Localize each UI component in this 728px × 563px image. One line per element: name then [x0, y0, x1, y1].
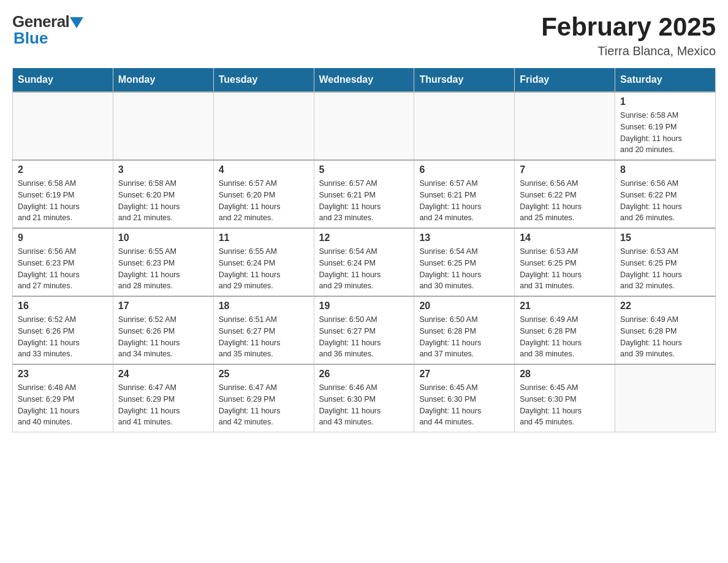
table-row: 11Sunrise: 6:55 AM Sunset: 6:24 PM Dayli… [213, 228, 314, 296]
col-wednesday: Wednesday [314, 68, 414, 92]
calendar-title: February 2025 [541, 12, 716, 42]
table-row: 19Sunrise: 6:50 AM Sunset: 6:27 PM Dayli… [314, 296, 414, 364]
table-row [615, 364, 716, 432]
table-row: 9Sunrise: 6:56 AM Sunset: 6:23 PM Daylig… [13, 228, 113, 296]
table-row: 28Sunrise: 6:45 AM Sunset: 6:30 PM Dayli… [515, 364, 615, 432]
day-info: Sunrise: 6:46 AM Sunset: 6:30 PM Dayligh… [319, 382, 409, 428]
calendar-subtitle: Tierra Blanca, Mexico [541, 44, 716, 58]
table-row: 23Sunrise: 6:48 AM Sunset: 6:29 PM Dayli… [13, 364, 113, 432]
day-number: 28 [520, 369, 610, 380]
table-row: 4Sunrise: 6:57 AM Sunset: 6:20 PM Daylig… [213, 160, 314, 228]
col-sunday: Sunday [13, 68, 113, 92]
day-info: Sunrise: 6:57 AM Sunset: 6:20 PM Dayligh… [219, 178, 309, 224]
day-number: 27 [419, 369, 509, 380]
calendar-week-row: 16Sunrise: 6:52 AM Sunset: 6:26 PM Dayli… [13, 296, 716, 364]
day-info: Sunrise: 6:53 AM Sunset: 6:25 PM Dayligh… [620, 246, 710, 292]
day-number: 16 [18, 301, 108, 312]
day-number: 5 [319, 164, 409, 175]
day-number: 25 [219, 369, 309, 380]
table-row: 26Sunrise: 6:46 AM Sunset: 6:30 PM Dayli… [314, 364, 414, 432]
calendar-week-row: 2Sunrise: 6:58 AM Sunset: 6:19 PM Daylig… [13, 160, 716, 228]
day-number: 15 [620, 232, 710, 243]
svg-marker-0 [70, 17, 83, 28]
day-number: 1 [620, 96, 710, 107]
day-info: Sunrise: 6:55 AM Sunset: 6:23 PM Dayligh… [118, 246, 208, 292]
table-row: 22Sunrise: 6:49 AM Sunset: 6:28 PM Dayli… [615, 296, 716, 364]
day-number: 23 [18, 369, 108, 380]
day-info: Sunrise: 6:58 AM Sunset: 6:19 PM Dayligh… [18, 178, 108, 224]
day-number: 2 [18, 164, 108, 175]
day-info: Sunrise: 6:50 AM Sunset: 6:27 PM Dayligh… [319, 314, 409, 360]
day-number: 9 [18, 232, 108, 243]
day-info: Sunrise: 6:52 AM Sunset: 6:26 PM Dayligh… [118, 314, 208, 360]
table-row: 10Sunrise: 6:55 AM Sunset: 6:23 PM Dayli… [113, 228, 213, 296]
day-number: 24 [118, 369, 208, 380]
day-number: 8 [620, 164, 710, 175]
day-info: Sunrise: 6:47 AM Sunset: 6:29 PM Dayligh… [118, 382, 208, 428]
day-info: Sunrise: 6:45 AM Sunset: 6:30 PM Dayligh… [520, 382, 610, 428]
day-number: 20 [419, 301, 509, 312]
day-number: 3 [118, 164, 208, 175]
table-row: 1Sunrise: 6:58 AM Sunset: 6:19 PM Daylig… [615, 92, 716, 160]
day-number: 10 [118, 232, 208, 243]
table-row [113, 92, 213, 160]
table-row: 7Sunrise: 6:56 AM Sunset: 6:22 PM Daylig… [515, 160, 615, 228]
day-number: 17 [118, 301, 208, 312]
table-row [414, 92, 515, 160]
table-row: 24Sunrise: 6:47 AM Sunset: 6:29 PM Dayli… [113, 364, 213, 432]
calendar-table: Sunday Monday Tuesday Wednesday Thursday… [12, 68, 716, 432]
day-info: Sunrise: 6:51 AM Sunset: 6:27 PM Dayligh… [219, 314, 309, 360]
table-row: 21Sunrise: 6:49 AM Sunset: 6:28 PM Dayli… [515, 296, 615, 364]
day-number: 22 [620, 301, 710, 312]
day-number: 11 [219, 232, 309, 243]
table-row: 6Sunrise: 6:57 AM Sunset: 6:21 PM Daylig… [414, 160, 515, 228]
logo: General Blue [12, 12, 83, 48]
day-info: Sunrise: 6:49 AM Sunset: 6:28 PM Dayligh… [620, 314, 710, 360]
day-number: 13 [419, 232, 509, 243]
col-thursday: Thursday [414, 68, 515, 92]
table-row: 18Sunrise: 6:51 AM Sunset: 6:27 PM Dayli… [213, 296, 314, 364]
day-number: 12 [319, 232, 409, 243]
table-row: 17Sunrise: 6:52 AM Sunset: 6:26 PM Dayli… [113, 296, 213, 364]
table-row: 3Sunrise: 6:58 AM Sunset: 6:20 PM Daylig… [113, 160, 213, 228]
table-row: 14Sunrise: 6:53 AM Sunset: 6:25 PM Dayli… [515, 228, 615, 296]
day-number: 7 [520, 164, 610, 175]
calendar-week-row: 1Sunrise: 6:58 AM Sunset: 6:19 PM Daylig… [13, 92, 716, 160]
table-row [213, 92, 314, 160]
logo-triangle-icon [70, 17, 83, 28]
day-number: 14 [520, 232, 610, 243]
day-info: Sunrise: 6:54 AM Sunset: 6:25 PM Dayligh… [419, 246, 509, 292]
table-row: 2Sunrise: 6:58 AM Sunset: 6:19 PM Daylig… [13, 160, 113, 228]
table-row: 8Sunrise: 6:56 AM Sunset: 6:22 PM Daylig… [615, 160, 716, 228]
day-info: Sunrise: 6:53 AM Sunset: 6:25 PM Dayligh… [520, 246, 610, 292]
day-info: Sunrise: 6:52 AM Sunset: 6:26 PM Dayligh… [18, 314, 108, 360]
day-info: Sunrise: 6:56 AM Sunset: 6:23 PM Dayligh… [18, 246, 108, 292]
day-number: 21 [520, 301, 610, 312]
table-row [13, 92, 113, 160]
page-header: General Blue February 2025 Tierra Blanca… [12, 12, 716, 58]
table-row: 12Sunrise: 6:54 AM Sunset: 6:24 PM Dayli… [314, 228, 414, 296]
table-row [515, 92, 615, 160]
day-info: Sunrise: 6:49 AM Sunset: 6:28 PM Dayligh… [520, 314, 610, 360]
day-info: Sunrise: 6:57 AM Sunset: 6:21 PM Dayligh… [419, 178, 509, 224]
day-number: 18 [219, 301, 309, 312]
day-info: Sunrise: 6:54 AM Sunset: 6:24 PM Dayligh… [319, 246, 409, 292]
day-number: 26 [319, 369, 409, 380]
day-info: Sunrise: 6:50 AM Sunset: 6:28 PM Dayligh… [419, 314, 509, 360]
day-info: Sunrise: 6:56 AM Sunset: 6:22 PM Dayligh… [520, 178, 610, 224]
table-row: 15Sunrise: 6:53 AM Sunset: 6:25 PM Dayli… [615, 228, 716, 296]
title-block: February 2025 Tierra Blanca, Mexico [541, 12, 716, 58]
day-number: 19 [319, 301, 409, 312]
day-info: Sunrise: 6:57 AM Sunset: 6:21 PM Dayligh… [319, 178, 409, 224]
day-info: Sunrise: 6:58 AM Sunset: 6:19 PM Dayligh… [620, 110, 710, 156]
table-row: 25Sunrise: 6:47 AM Sunset: 6:29 PM Dayli… [213, 364, 314, 432]
table-row: 5Sunrise: 6:57 AM Sunset: 6:21 PM Daylig… [314, 160, 414, 228]
table-row: 13Sunrise: 6:54 AM Sunset: 6:25 PM Dayli… [414, 228, 515, 296]
day-info: Sunrise: 6:48 AM Sunset: 6:29 PM Dayligh… [18, 382, 108, 428]
table-row: 20Sunrise: 6:50 AM Sunset: 6:28 PM Dayli… [414, 296, 515, 364]
table-row: 27Sunrise: 6:45 AM Sunset: 6:30 PM Dayli… [414, 364, 515, 432]
col-saturday: Saturday [615, 68, 716, 92]
table-row: 16Sunrise: 6:52 AM Sunset: 6:26 PM Dayli… [13, 296, 113, 364]
col-friday: Friday [515, 68, 615, 92]
day-info: Sunrise: 6:56 AM Sunset: 6:22 PM Dayligh… [620, 178, 710, 224]
